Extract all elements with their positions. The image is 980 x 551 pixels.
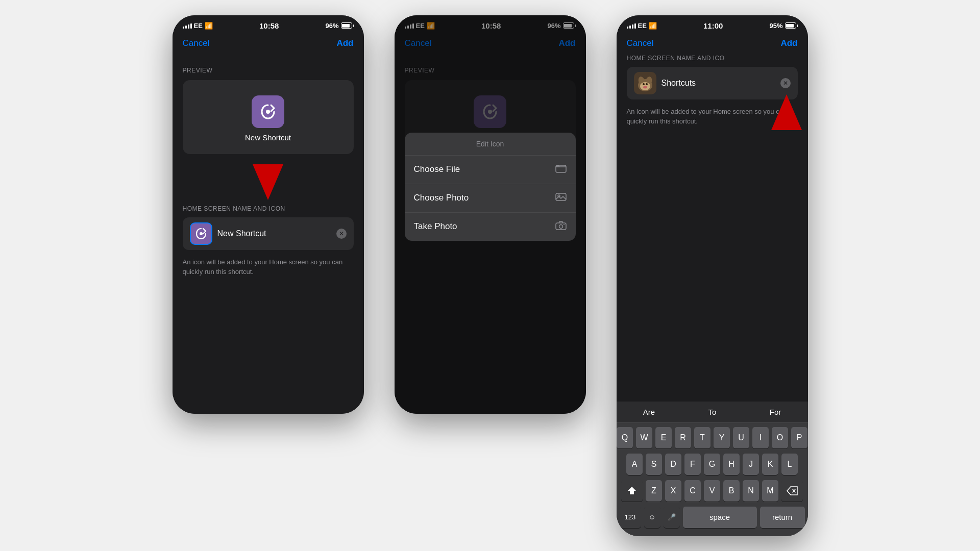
autocomplete-for[interactable]: For bbox=[760, 406, 792, 418]
key-p[interactable]: P bbox=[791, 427, 807, 448]
status-left-1: EE 📶 bbox=[183, 22, 213, 30]
key-v[interactable]: V bbox=[704, 480, 720, 502]
return-key[interactable]: return bbox=[760, 507, 805, 528]
autocomplete-are[interactable]: Are bbox=[633, 406, 665, 418]
edit-menu-title: Edit Icon bbox=[405, 133, 576, 156]
key-c[interactable]: C bbox=[684, 480, 701, 502]
status-bar-3: EE 📶 11:00 95% bbox=[617, 15, 808, 34]
space-key[interactable]: space bbox=[683, 507, 757, 528]
nav-bar-1: Cancel Add bbox=[173, 34, 364, 55]
key-r[interactable]: R bbox=[675, 427, 691, 448]
key-t[interactable]: T bbox=[694, 427, 710, 448]
key-z[interactable]: Z bbox=[646, 480, 662, 502]
signal-bar bbox=[188, 24, 189, 29]
shift-key[interactable] bbox=[621, 480, 643, 502]
key-l[interactable]: L bbox=[781, 454, 798, 475]
key-a[interactable]: A bbox=[626, 454, 643, 475]
key-j[interactable]: J bbox=[743, 454, 759, 475]
add-button-3[interactable]: Add bbox=[780, 38, 797, 48]
keyboard-row-3: Z X C V B N M bbox=[620, 480, 805, 502]
choose-file-item[interactable]: Choose File bbox=[405, 156, 576, 184]
key-123[interactable]: 123 bbox=[620, 507, 641, 528]
key-m[interactable]: M bbox=[762, 480, 778, 502]
preview-card-1: New Shortcut bbox=[183, 80, 354, 154]
clear-button-3[interactable]: ✕ bbox=[780, 78, 791, 88]
name-input-text-3[interactable]: Shortcuts bbox=[662, 79, 775, 88]
shortcut-icon-1[interactable] bbox=[252, 95, 284, 128]
cancel-button-3[interactable]: Cancel bbox=[627, 38, 654, 48]
key-h[interactable]: H bbox=[723, 454, 740, 475]
keyboard-row-1: Q W E R T Y U I O P bbox=[620, 427, 805, 448]
take-photo-item[interactable]: Take Photo bbox=[405, 213, 576, 241]
camera-icon bbox=[555, 220, 567, 234]
keyboard-bottom-row: 123 ☺ 🎤 space return bbox=[620, 507, 805, 532]
phone-screen-2: EE 📶 10:58 96% Cancel Add PREVIEW bbox=[395, 15, 586, 414]
shift-icon bbox=[627, 486, 637, 496]
time-display-1: 10:58 bbox=[259, 21, 279, 30]
signal-bar bbox=[632, 24, 633, 29]
carrier-label: EE bbox=[194, 22, 203, 30]
signal-bar bbox=[627, 27, 628, 29]
status-right-3: 95% bbox=[769, 22, 797, 30]
battery-tip bbox=[353, 24, 354, 27]
edit-icon-menu[interactable]: Edit Icon Choose File Choose Photo bbox=[405, 133, 576, 241]
nav-bar-3: Cancel Add bbox=[617, 34, 808, 55]
svg-marker-11 bbox=[771, 94, 802, 130]
battery-icon-1 bbox=[341, 22, 354, 29]
signal-bar bbox=[634, 23, 636, 29]
choose-photo-item[interactable]: Choose Photo bbox=[405, 184, 576, 213]
svg-point-9 bbox=[559, 224, 562, 228]
autocomplete-to[interactable]: To bbox=[698, 406, 727, 418]
svg-point-18 bbox=[646, 83, 648, 85]
key-i[interactable]: I bbox=[752, 427, 769, 448]
home-section-label-3: HOME SCREEN NAME AND ICO bbox=[627, 55, 798, 62]
red-arrow-3 bbox=[771, 94, 802, 130]
battery-tip-3 bbox=[797, 24, 798, 27]
key-w[interactable]: W bbox=[636, 427, 652, 448]
app-icon-small-1[interactable] bbox=[190, 222, 212, 245]
battery-fill-3 bbox=[786, 24, 794, 28]
screen1-content: PREVIEW New Shortcut HOME SCREEN NAME AN… bbox=[173, 67, 364, 414]
red-arrow-container-1 bbox=[183, 164, 354, 200]
add-button-1[interactable]: Add bbox=[336, 38, 353, 48]
key-s[interactable]: S bbox=[646, 454, 662, 475]
battery-fill bbox=[342, 24, 350, 28]
svg-point-2 bbox=[200, 232, 203, 235]
delete-key[interactable] bbox=[781, 480, 803, 502]
name-input-text-1[interactable]: New Shortcut bbox=[217, 229, 331, 238]
key-n[interactable]: N bbox=[743, 480, 759, 502]
key-u[interactable]: U bbox=[733, 427, 749, 448]
carrier-label-3: EE bbox=[638, 22, 647, 30]
cancel-button-1[interactable]: Cancel bbox=[183, 38, 210, 48]
wifi-icon: 📶 bbox=[205, 22, 213, 30]
key-f[interactable]: F bbox=[684, 454, 701, 475]
key-k[interactable]: K bbox=[762, 454, 778, 475]
key-y[interactable]: Y bbox=[714, 427, 730, 448]
key-g[interactable]: G bbox=[704, 454, 720, 475]
svg-point-10 bbox=[564, 224, 565, 225]
shortcuts-app-icon-3[interactable] bbox=[634, 72, 656, 94]
clear-button-1[interactable]: ✕ bbox=[336, 229, 347, 239]
key-b[interactable]: B bbox=[723, 480, 740, 502]
key-x[interactable]: X bbox=[665, 480, 681, 502]
svg-rect-6 bbox=[556, 193, 566, 201]
battery-icon-3 bbox=[785, 22, 798, 29]
key-e[interactable]: E bbox=[655, 427, 672, 448]
autocomplete-bar: Are To For bbox=[617, 402, 808, 423]
key-q[interactable]: Q bbox=[617, 427, 633, 448]
name-input-row-1[interactable]: New Shortcut ✕ bbox=[183, 217, 354, 250]
home-section-label-1: HOME SCREEN NAME AND ICON bbox=[183, 205, 354, 212]
emoji-key[interactable]: ☺ bbox=[644, 507, 660, 528]
shortcuts-svg-1 bbox=[258, 102, 278, 121]
app-thumbnail-svg bbox=[634, 72, 656, 94]
photo-icon bbox=[555, 191, 567, 205]
mic-key[interactable]: 🎤 bbox=[664, 507, 680, 528]
choose-file-label: Choose File bbox=[414, 164, 460, 174]
wifi-icon-3: 📶 bbox=[649, 22, 657, 30]
folder-icon bbox=[555, 163, 567, 177]
key-o[interactable]: O bbox=[772, 427, 788, 448]
key-d[interactable]: D bbox=[665, 454, 681, 475]
phone-screen-3: EE 📶 11:00 95% Cancel Add bbox=[617, 15, 808, 536]
status-right-1: 96% bbox=[325, 22, 353, 30]
signal-bar bbox=[185, 26, 187, 29]
